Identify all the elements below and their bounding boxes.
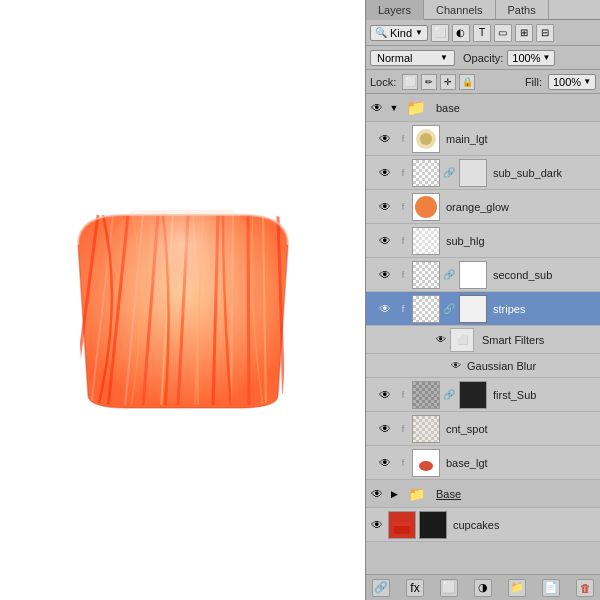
tab-bar: Layers Channels Paths [366,0,600,20]
visibility-orange-glow-icon[interactable]: 👁 [376,198,394,216]
layers-list: 👁 ▼ 📁 base 👁 f main_lgt 👁 f 🔗 sub_sub_da… [366,94,600,574]
smart-filter-mask-icon: ⬜ [450,328,474,352]
canvas-area [0,0,365,600]
layer-orange-glow[interactable]: 👁 f orange_glow [366,190,600,224]
panels-area: Layers Channels Paths 🔍 Kind ▼ ⬜ ◐ T ▭ ⊞… [365,0,600,600]
delete-layer-btn[interactable]: 🗑 [576,579,594,597]
layer-Base-name: Base [432,488,461,500]
visibility-Base-icon[interactable]: 👁 [368,485,386,503]
eye-gaussian-blur-icon[interactable]: 👁 [451,360,461,371]
layer-stripes[interactable]: 👁 f 🔗 stripes [366,292,600,326]
svg-point-13 [103,190,263,370]
smart-filters-header: 👁 ⬜ Smart Filters [366,326,600,354]
filter-smart-btn[interactable]: ⊞ [515,24,533,42]
visibility-cnt-spot-icon[interactable]: 👁 [376,420,394,438]
layer-base-lgt[interactable]: 👁 f base_lgt [366,446,600,480]
svg-point-17 [419,461,433,471]
lock-all-btn[interactable]: 🔒 [459,74,475,90]
opacity-dropdown[interactable]: 100% ▼ [507,50,555,66]
layer-second-sub[interactable]: 👁 f 🔗 second_sub [366,258,600,292]
mask-btn[interactable]: ⬜ [440,579,458,597]
layer-sub-sub-dark[interactable]: 👁 f 🔗 sub_sub_dark [366,156,600,190]
filter-extra-btn[interactable]: ⊟ [536,24,554,42]
opacity-arrow-icon: ▼ [543,53,551,62]
blend-mode-dropdown[interactable]: Normal ▼ [370,50,455,66]
fx-stripes-icon: f [396,302,410,316]
visibility-base-icon[interactable]: 👁 [368,99,386,117]
svg-point-16 [415,196,437,218]
thumb-sub-sub-dark [412,159,440,187]
visibility-sub-sub-dark-icon[interactable]: 👁 [376,164,394,182]
visibility-sub-hlg-icon[interactable]: 👁 [376,232,394,250]
kind-dropdown[interactable]: 🔍 Kind ▼ [370,25,428,41]
lock-icons-group: ⬜ ✏ ✛ 🔒 [402,74,475,90]
visibility-cupcakes-icon[interactable]: 👁 [368,516,386,534]
layer-main-lgt[interactable]: 👁 f main_lgt [366,122,600,156]
fill-dropdown[interactable]: 100% ▼ [548,74,596,90]
filter-adjust-btn[interactable]: ◐ [452,24,470,42]
visibility-base-lgt-icon[interactable]: 👁 [376,454,394,472]
lock-row: Lock: ⬜ ✏ ✛ 🔒 Fill: 100% ▼ [366,70,600,94]
mask-second-sub [459,261,487,289]
visibility-second-sub-icon[interactable]: 👁 [376,266,394,284]
thumb-cupcakes [388,511,416,539]
mask-stripes [459,295,487,323]
layer-first-sub[interactable]: 👁 f 🔗 first_Sub [366,378,600,412]
filter-pixel-btn[interactable]: ⬜ [431,24,449,42]
fx-cnt-spot-icon: f [396,422,410,436]
svg-rect-19 [392,522,412,526]
fx-sub-sub-dark-icon: f [396,166,410,180]
layer-cnt-spot[interactable]: 👁 f cnt_spot [366,412,600,446]
thumb-cnt-spot [412,415,440,443]
layer-sub-hlg[interactable]: 👁 f sub_hlg [366,224,600,258]
svg-point-15 [420,133,432,145]
fx-sub-hlg-icon: f [396,234,410,248]
fx-btn[interactable]: fx [406,579,424,597]
blend-row: Normal ▼ Opacity: 100% ▼ [366,46,600,70]
group-btn[interactable]: 📁 [508,579,526,597]
visibility-stripes-icon[interactable]: 👁 [376,300,394,318]
gaussian-blur-label: Gaussian Blur [467,360,536,372]
lock-move-btn[interactable]: ✛ [440,74,456,90]
visibility-first-sub-icon[interactable]: 👁 [376,386,394,404]
gaussian-blur-row: 👁 Gaussian Blur [366,354,600,378]
eye-smart-filters-icon[interactable]: 👁 [436,334,446,345]
smart-filters-label: Smart Filters [478,334,544,346]
new-layer-btn[interactable]: 📄 [542,579,560,597]
fx-first-sub-icon: f [396,388,410,402]
bottom-toolbar: 🔗 fx ⬜ ◑ 📁 📄 🗑 [366,574,600,600]
link-layers-btn[interactable]: 🔗 [372,579,390,597]
layer-base-group[interactable]: 👁 ▼ 📁 base [366,94,600,122]
thumb-first-sub [412,381,440,409]
adjustment-btn[interactable]: ◑ [474,579,492,597]
expand-base-icon[interactable]: ▼ [388,102,400,114]
lock-label: Lock: [370,76,396,88]
tab-layers[interactable]: Layers [366,0,424,20]
chain-second-sub-icon: 🔗 [443,269,455,280]
opacity-label: Opacity: [463,52,503,64]
fx-orange-glow-icon: f [396,200,410,214]
blend-arrow-icon: ▼ [440,53,448,62]
expand-Base-icon[interactable]: ▶ [388,488,400,500]
thumb-sub-hlg [412,227,440,255]
cupcake-artwork [43,180,323,420]
thumb-stripes [412,295,440,323]
search-icon: 🔍 [375,27,387,38]
lock-transparent-btn[interactable]: ⬜ [402,74,418,90]
lock-paint-btn[interactable]: ✏ [421,74,437,90]
layer-Base-group[interactable]: 👁 ▶ 📁 Base [366,480,600,508]
visibility-main-lgt-icon[interactable]: 👁 [376,130,394,148]
filter-shape-btn[interactable]: ▭ [494,24,512,42]
tab-paths[interactable]: Paths [496,0,549,19]
filter-type-btn[interactable]: T [473,24,491,42]
fx-second-sub-icon: f [396,268,410,282]
tab-channels[interactable]: Channels [424,0,495,19]
layer-cupcakes[interactable]: 👁 cupcakes [366,508,600,542]
fx-base-lgt-icon: f [396,456,410,470]
layer-sub-sub-dark-name: sub_sub_dark [489,167,562,179]
folder-base-icon: 📁 [402,482,430,506]
chain-stripes-icon: 🔗 [443,303,455,314]
layer-base-name: base [432,102,460,114]
mask-first-sub [459,381,487,409]
layer-first-sub-name: first_Sub [489,389,536,401]
